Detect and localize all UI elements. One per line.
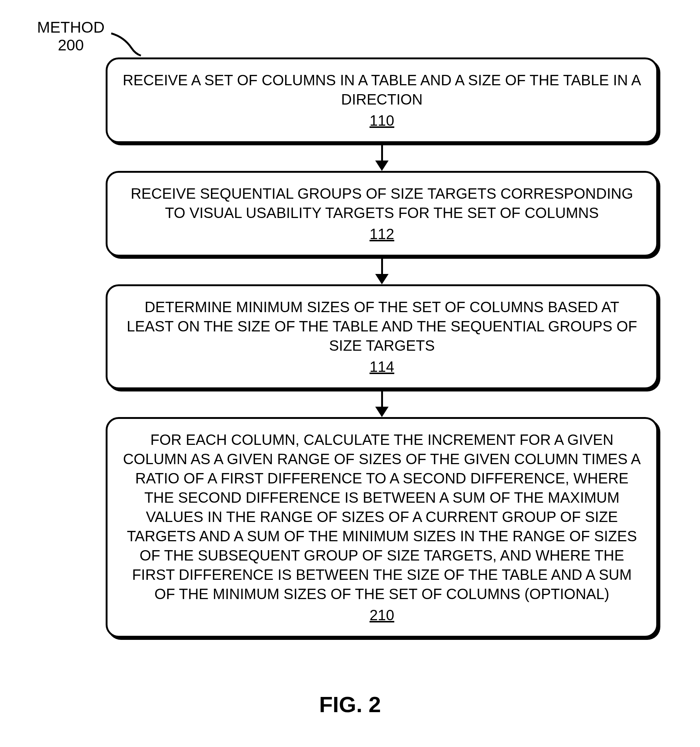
step-text: DETERMINE MINIMUM SIZES OF THE SET OF CO…: [127, 299, 637, 354]
method-label: METHOD 200: [37, 18, 104, 54]
method-pointer-curve: [109, 32, 147, 57]
flowchart: RECEIVE A SET OF COLUMNS IN A TABLE AND …: [106, 57, 658, 638]
flow-step-110: RECEIVE A SET OF COLUMNS IN A TABLE AND …: [106, 57, 658, 143]
step-number: 210: [122, 605, 641, 625]
method-title: METHOD: [37, 18, 104, 36]
flow-arrow: [106, 257, 658, 284]
flow-step-114: DETERMINE MINIMUM SIZES OF THE SET OF CO…: [106, 284, 658, 389]
flow-arrow: [106, 143, 658, 171]
step-text: FOR EACH COLUMN, CALCULATE THE INCREMENT…: [123, 431, 641, 602]
step-number: 114: [122, 357, 641, 376]
figure-label: FIG. 2: [0, 692, 700, 717]
step-text: RECEIVE SEQUENTIAL GROUPS OF SIZE TARGET…: [130, 185, 633, 221]
step-number: 112: [122, 224, 641, 243]
flow-step-112: RECEIVE SEQUENTIAL GROUPS OF SIZE TARGET…: [106, 171, 658, 257]
step-number: 110: [122, 111, 641, 130]
flow-arrow: [106, 389, 658, 417]
flow-step-210: FOR EACH COLUMN, CALCULATE THE INCREMENT…: [106, 417, 658, 638]
method-number: 200: [37, 36, 104, 54]
step-text: RECEIVE A SET OF COLUMNS IN A TABLE AND …: [123, 72, 641, 107]
